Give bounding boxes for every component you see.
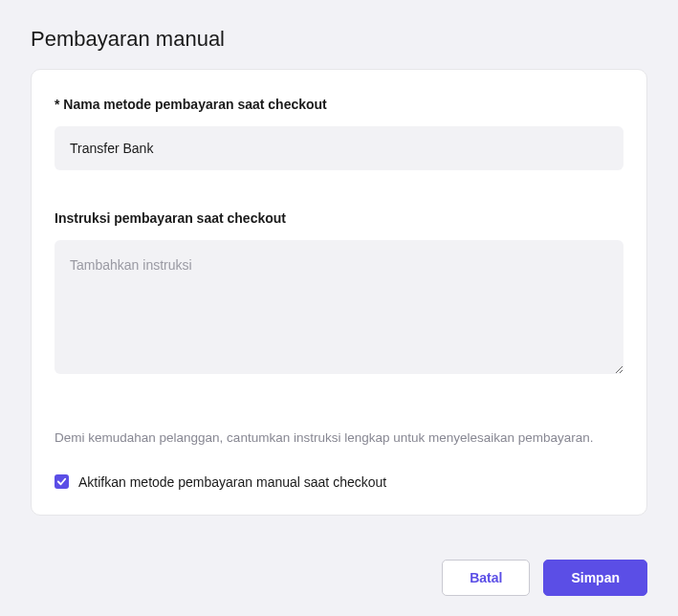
check-icon	[56, 476, 67, 487]
save-button[interactable]: Simpan	[543, 560, 647, 596]
payment-name-label: * Nama metode pembayaran saat checkout	[55, 97, 623, 112]
page-title: Pembayaran manual	[0, 0, 678, 69]
cancel-button[interactable]: Batal	[442, 560, 530, 596]
payment-name-group: * Nama metode pembayaran saat checkout	[55, 97, 623, 170]
enable-checkbox[interactable]	[55, 474, 69, 489]
enable-checkbox-label: Aktifkan metode pembayaran manual saat c…	[78, 474, 386, 490]
payment-name-input[interactable]	[55, 126, 623, 170]
instructions-textarea[interactable]	[55, 240, 623, 374]
instructions-label: Instruksi pembayaran saat checkout	[55, 210, 623, 226]
enable-checkbox-row: Aktifkan metode pembayaran manual saat c…	[55, 474, 623, 490]
footer-actions: Batal Simpan	[0, 516, 678, 596]
helper-text: Demi kemudahan pelanggan, cantumkan inst…	[55, 429, 623, 448]
form-card: * Nama metode pembayaran saat checkout I…	[31, 69, 647, 516]
instructions-group: Instruksi pembayaran saat checkout	[55, 210, 623, 378]
